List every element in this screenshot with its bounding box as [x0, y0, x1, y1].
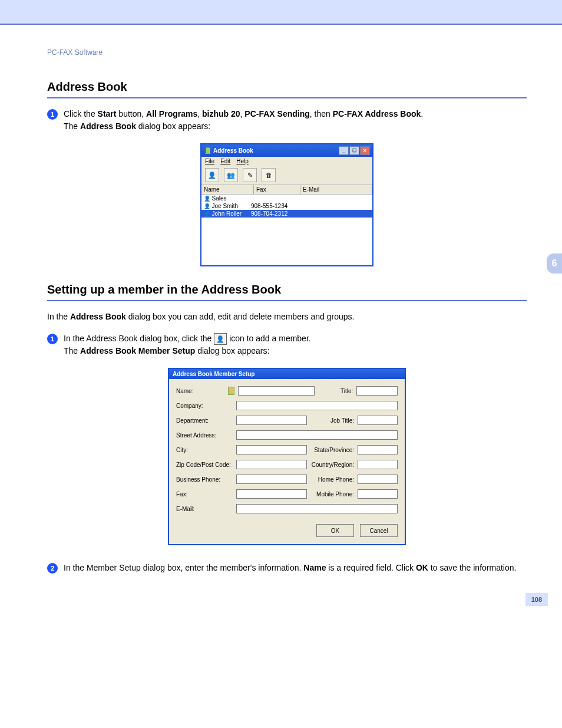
title-field[interactable]: [356, 386, 398, 396]
dialog-title: Address Book: [213, 147, 253, 154]
step-1-text: Click the Start button, All Programs, bi…: [64, 108, 527, 133]
country-field[interactable]: [358, 460, 398, 469]
add-member-icon[interactable]: 👤: [205, 168, 219, 182]
close-button[interactable]: ✕: [360, 146, 370, 155]
member-setup-dialog: Address Book Member Setup Name: Title: C…: [168, 368, 406, 545]
heading-member-setup: Setting up a member in the Address Book: [47, 283, 527, 297]
mobile-field[interactable]: [358, 489, 398, 499]
col-name[interactable]: Name: [201, 185, 254, 194]
name-field[interactable]: [238, 386, 314, 396]
minimize-button[interactable]: _: [339, 146, 349, 155]
label-mobile: Mobile Phone:: [310, 491, 354, 498]
heading-address-book: Address Book: [47, 80, 527, 94]
label-title: Title:: [318, 388, 353, 394]
label-state: State/Province:: [310, 447, 354, 453]
col-fax[interactable]: Fax: [254, 185, 300, 194]
fax-field[interactable]: [236, 489, 307, 499]
step-text: In the Member Setup dialog box, enter th…: [64, 562, 527, 574]
label-email: E-Mail:: [176, 506, 233, 512]
label-department: Department:: [176, 417, 233, 424]
homephone-field[interactable]: [358, 475, 398, 484]
jobtitle-field[interactable]: [358, 416, 398, 425]
divider: [47, 300, 527, 301]
label-zip: Zip Code/Post Code:: [176, 462, 233, 468]
menu-file[interactable]: File: [205, 158, 214, 164]
app-icon: 📗: [204, 147, 211, 154]
label-jobtitle: Job Title:: [310, 417, 354, 424]
company-field[interactable]: [236, 401, 398, 410]
delete-icon[interactable]: 🗑: [262, 168, 276, 182]
label-city: City:: [176, 447, 233, 453]
add-group-icon[interactable]: 👥: [224, 168, 238, 182]
list-item-selected: John Roller 908-704-2312: [201, 210, 372, 218]
col-email[interactable]: E-Mail: [300, 185, 372, 194]
menu-edit[interactable]: Edit: [220, 158, 230, 164]
label-company: Company:: [176, 403, 233, 409]
person-icon: [228, 387, 235, 395]
menu-bar[interactable]: File Edit Help: [201, 157, 372, 166]
toolbar: 👤 👥 ✎ 🗑: [201, 166, 372, 185]
dialog-titlebar[interactable]: 📗 Address Book _ ☐ ✕: [201, 144, 372, 157]
zip-field[interactable]: [236, 460, 307, 469]
list-item: Joe Smith 908-555-1234: [201, 202, 372, 210]
label-country: Country/Region:: [310, 462, 354, 468]
list-header: Name Fax E-Mail: [201, 185, 372, 195]
email-field[interactable]: [236, 504, 398, 513]
label-name: Name:: [176, 388, 224, 394]
contact-list[interactable]: Sales Joe Smith 908-555-1234 John Roller…: [201, 195, 372, 265]
address-book-dialog: 📗 Address Book _ ☐ ✕ File Edit Help 👤 👥 …: [200, 143, 373, 266]
department-field[interactable]: [236, 416, 307, 425]
edit-icon[interactable]: ✎: [243, 168, 257, 182]
step-text: In the Address Book dialog box, click th…: [64, 332, 527, 357]
add-member-inline-icon: 👤: [214, 333, 227, 345]
label-busphone: Business Phone:: [176, 476, 233, 483]
step-bullet-1: 1: [47, 334, 58, 344]
state-field[interactable]: [358, 445, 398, 454]
street-field[interactable]: [236, 430, 398, 440]
running-header: PC-FAX Software: [47, 48, 527, 57]
maximize-button[interactable]: ☐: [349, 146, 359, 155]
step-bullet-2: 2: [47, 563, 58, 574]
step-bullet-1: 1: [47, 109, 58, 120]
cancel-button[interactable]: Cancel: [360, 524, 398, 537]
menu-help[interactable]: Help: [236, 158, 249, 164]
intro-paragraph: In the Address Book dialog box you can a…: [47, 311, 527, 323]
ok-button[interactable]: OK: [316, 524, 354, 537]
divider: [47, 97, 527, 98]
page-top-bar: [0, 0, 562, 25]
label-street: Street Address:: [176, 432, 233, 439]
busphone-field[interactable]: [236, 475, 307, 484]
label-homephone: Home Phone:: [310, 476, 354, 483]
dialog-titlebar[interactable]: Address Book Member Setup: [169, 369, 405, 379]
label-fax: Fax:: [176, 491, 233, 498]
city-field[interactable]: [236, 445, 307, 454]
list-item: Sales: [201, 195, 372, 202]
